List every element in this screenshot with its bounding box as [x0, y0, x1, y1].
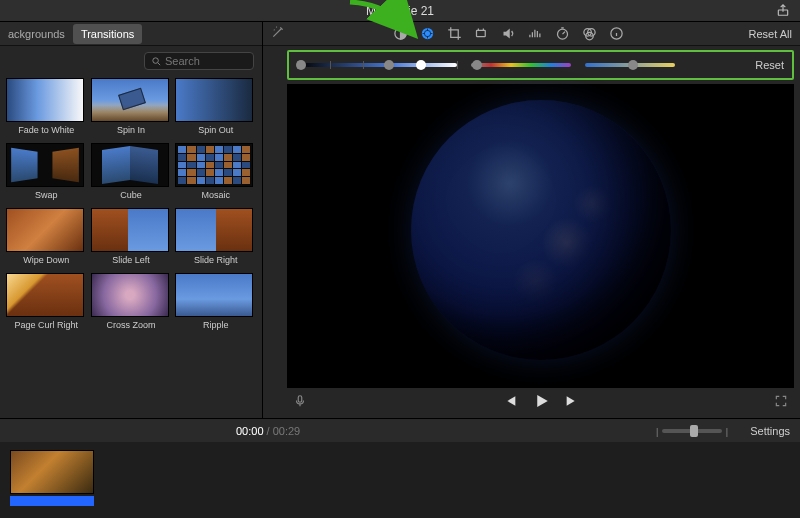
transition-item[interactable]: Spin In: [91, 78, 172, 141]
prev-button[interactable]: [502, 393, 518, 413]
settings-button[interactable]: Settings: [750, 425, 790, 437]
titlebar: My Movie 21: [0, 0, 800, 22]
transition-label: Mosaic: [175, 187, 256, 206]
speed-icon[interactable]: [555, 26, 570, 41]
tab-transitions[interactable]: Transitions: [73, 24, 142, 44]
timecode: 00:00 / 00:29: [236, 425, 300, 437]
timeline-header: 00:00 / 00:29 | | Settings: [0, 418, 800, 442]
transition-thumb: [6, 273, 84, 317]
transition-label: Spin In: [91, 122, 172, 141]
transition-label: Cube: [91, 187, 172, 206]
preview-frame: [411, 100, 671, 360]
transition-item[interactable]: Page Curl Right: [6, 273, 87, 336]
zoom-slider[interactable]: | |: [662, 429, 722, 433]
transition-label: Fade to White: [6, 122, 87, 141]
svg-rect-11: [298, 396, 302, 402]
transition-item[interactable]: Ripple: [175, 273, 256, 336]
transition-thumb: [175, 208, 253, 252]
exposure-slider[interactable]: [297, 63, 457, 67]
transition-thumb: [175, 78, 253, 122]
transition-item[interactable]: Slide Left: [91, 208, 172, 271]
transition-thumb: [175, 273, 253, 317]
timeline-clip[interactable]: [10, 450, 94, 506]
reset-button[interactable]: Reset: [755, 59, 784, 71]
crop-icon[interactable]: [447, 26, 462, 41]
transition-item[interactable]: Spin Out: [175, 78, 256, 141]
transition-item[interactable]: Swap: [6, 143, 87, 206]
transition-thumb: [91, 208, 169, 252]
transitions-panel: ackgrounds Transitions Fade to WhiteSpin…: [0, 22, 263, 418]
transition-thumb: [91, 78, 169, 122]
voiceover-icon[interactable]: [293, 394, 307, 412]
timeline[interactable]: [0, 442, 800, 518]
stabilization-icon[interactable]: [474, 26, 489, 41]
next-button[interactable]: [564, 393, 580, 413]
color-correction-icon[interactable]: [420, 26, 435, 41]
transition-thumb: [6, 208, 84, 252]
saturation-slider[interactable]: [471, 63, 571, 67]
volume-icon[interactable]: [501, 26, 516, 41]
transition-label: Cross Zoom: [91, 317, 172, 336]
temperature-slider[interactable]: [585, 63, 675, 67]
clip-video-thumb: [10, 450, 94, 494]
transition-item[interactable]: Cross Zoom: [91, 273, 172, 336]
transition-thumb: [175, 143, 253, 187]
transition-item[interactable]: Slide Right: [175, 208, 256, 271]
info-icon[interactable]: [609, 26, 624, 41]
transition-label: Slide Right: [175, 252, 256, 271]
transition-thumb: [91, 143, 169, 187]
svg-rect-5: [477, 30, 486, 36]
transition-label: Slide Left: [91, 252, 172, 271]
noise-reduction-icon[interactable]: [528, 26, 543, 41]
color-balance-icon[interactable]: [393, 26, 408, 41]
search-icon: [151, 56, 162, 67]
search-input[interactable]: [144, 52, 254, 70]
transition-item[interactable]: Wipe Down: [6, 208, 87, 271]
magic-wand-icon[interactable]: [271, 25, 285, 43]
svg-point-1: [153, 57, 159, 63]
transition-item[interactable]: Fade to White: [6, 78, 87, 141]
filter-icon[interactable]: [582, 26, 597, 41]
preview-panel: Reset All Reset: [263, 22, 800, 418]
tab-backgrounds[interactable]: ackgrounds: [0, 24, 73, 44]
color-correction-controls: Reset: [287, 50, 794, 80]
fullscreen-icon[interactable]: [774, 394, 788, 412]
transition-label: Swap: [6, 187, 87, 206]
adjust-toolbar: Reset All: [263, 22, 800, 46]
transition-thumb: [91, 273, 169, 317]
play-button[interactable]: [532, 392, 550, 414]
share-icon[interactable]: [776, 3, 790, 21]
transition-label: Page Curl Right: [6, 317, 87, 336]
transition-item[interactable]: Mosaic: [175, 143, 256, 206]
transition-thumb: [6, 78, 84, 122]
video-preview[interactable]: [287, 84, 794, 388]
transition-item[interactable]: Cube: [91, 143, 172, 206]
playback-controls: [287, 388, 794, 418]
transition-label: Ripple: [175, 317, 256, 336]
transition-thumb: [6, 143, 84, 187]
reset-all-button[interactable]: Reset All: [749, 28, 792, 40]
transition-label: Wipe Down: [6, 252, 87, 271]
transition-label: Spin Out: [175, 122, 256, 141]
clip-audio-track: [10, 496, 94, 506]
project-title: My Movie 21: [366, 4, 434, 18]
